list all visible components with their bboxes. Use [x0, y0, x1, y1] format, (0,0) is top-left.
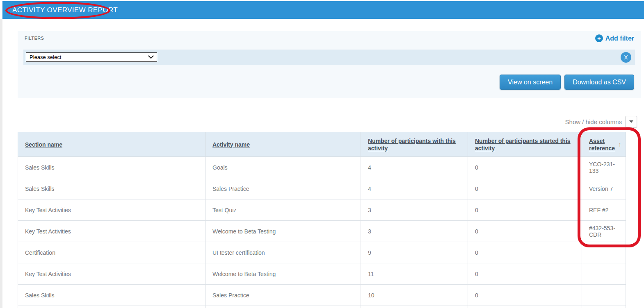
column-header-activity-name[interactable]: Activity name: [206, 132, 361, 157]
cell-section-name: Certification: [18, 242, 206, 263]
cell-activity-name: Test Quiz: [206, 199, 361, 221]
cell-participants-with: 11: [361, 263, 468, 285]
add-filter-label: Add filter: [605, 35, 634, 42]
column-header-asset-reference[interactable]: Asset reference ↑: [582, 132, 626, 157]
filter-select-value: Please select: [30, 54, 61, 60]
cell-activity-name: [206, 306, 361, 308]
remove-filter-button[interactable]: X: [621, 52, 631, 63]
page-left-edge: [0, 19, 2, 308]
plus-circle-icon: +: [595, 34, 603, 42]
cell-participants-with: 3: [361, 221, 468, 242]
filters-section-label: FILTERS: [25, 36, 44, 41]
cell-activity-name: Goals: [206, 157, 361, 178]
cell-section-name: Sales Skills: [18, 157, 206, 178]
cell-participants-started: 0: [468, 285, 582, 306]
cell-activity-name: Welcome to Beta Testing: [206, 221, 361, 242]
table-row: Certification UI tester certification 9 …: [18, 242, 626, 263]
cell-participants-with: 10: [361, 285, 468, 306]
sort-ascending-icon: ↑: [619, 141, 623, 148]
cell-activity-name: Welcome to Beta Testing: [206, 263, 361, 285]
column-header-section-name[interactable]: Section name: [18, 132, 206, 157]
cell-asset-reference: #432-553-CDR: [582, 221, 626, 242]
page-title: ACTIVITY OVERVIEW REPORT: [12, 1, 118, 19]
caret-down-icon: [629, 120, 633, 123]
table-row: Key Test Activities Welcome to Beta Test…: [18, 221, 626, 242]
table-header: Section name Activity name Number of par…: [18, 132, 626, 157]
cell-participants-with: [361, 306, 468, 308]
show-hide-columns-dropdown[interactable]: [626, 116, 637, 127]
cell-activity-name: Sales Practice: [206, 178, 361, 199]
cell-section-name: Key Test Activities: [18, 221, 206, 242]
view-on-screen-button[interactable]: View on screen: [500, 75, 561, 90]
cell-asset-reference: Version 7: [582, 178, 626, 199]
download-csv-button[interactable]: Download as CSV: [564, 75, 634, 90]
table-body: Sales Skills Goals 4 0 YCO-231-133 Sales…: [18, 157, 626, 308]
cell-asset-reference: REF #2: [582, 199, 626, 221]
cell-activity-name: UI tester certification: [206, 242, 361, 263]
add-filter-button[interactable]: + Add filter: [595, 34, 634, 42]
cell-participants-started: 0: [468, 263, 582, 285]
cell-section-name: Sales Skills: [18, 178, 206, 199]
filter-select[interactable]: Please select: [26, 52, 157, 62]
chevron-down-icon: [148, 55, 154, 59]
filter-row: Please select X: [23, 50, 635, 65]
cell-activity-name: Sales Practice: [206, 285, 361, 306]
cell-participants-with: 9: [361, 242, 468, 263]
cell-participants-started: 0: [468, 199, 582, 221]
filters-panel: FILTERS + Add filter Please select X Vie…: [18, 31, 641, 98]
cell-asset-reference: [582, 242, 626, 263]
cell-participants-started: 0: [468, 221, 582, 242]
cell-asset-reference: [582, 285, 626, 306]
cell-participants-with: 4: [361, 178, 468, 199]
cell-asset-reference: [582, 263, 626, 285]
cell-participants-with: 4: [361, 157, 468, 178]
cell-participants-started: [468, 306, 582, 308]
table-controls: Show / hide columns: [565, 116, 637, 127]
cell-participants-with: 3: [361, 199, 468, 221]
cell-section-name: [18, 306, 206, 308]
cell-asset-reference: [582, 306, 626, 308]
table-row: Key Test Activities Test Quiz 3 0 REF #2: [18, 199, 626, 221]
table-header-row: Section name Activity name Number of par…: [18, 132, 626, 157]
cell-section-name: Key Test Activities: [18, 199, 206, 221]
show-hide-columns-label: Show / hide columns: [565, 118, 622, 125]
cell-section-name: Key Test Activities: [18, 263, 206, 285]
table-row: Sales Skills Sales Practice 10 0: [18, 285, 626, 306]
table-row: [18, 306, 626, 308]
report-actions: View on screen Download as CSV: [500, 75, 634, 90]
cell-participants-started: 0: [468, 178, 582, 199]
x-icon: X: [624, 54, 628, 61]
cell-section-name: Sales Skills: [18, 285, 206, 306]
column-header-participants-with[interactable]: Number of participants with this activit…: [361, 132, 468, 157]
activity-report-table: Section name Activity name Number of par…: [18, 132, 626, 308]
cell-asset-reference: YCO-231-133: [582, 157, 626, 178]
table-row: Sales Skills Goals 4 0 YCO-231-133: [18, 157, 626, 178]
report-header-bar: ACTIVITY OVERVIEW REPORT: [2, 1, 644, 19]
cell-participants-started: 0: [468, 157, 582, 178]
table-row: Sales Skills Sales Practice 4 0 Version …: [18, 178, 626, 199]
table-row: Key Test Activities Welcome to Beta Test…: [18, 263, 626, 285]
cell-participants-started: 0: [468, 242, 582, 263]
column-header-participants-started[interactable]: Number of participants started this acti…: [468, 132, 582, 157]
